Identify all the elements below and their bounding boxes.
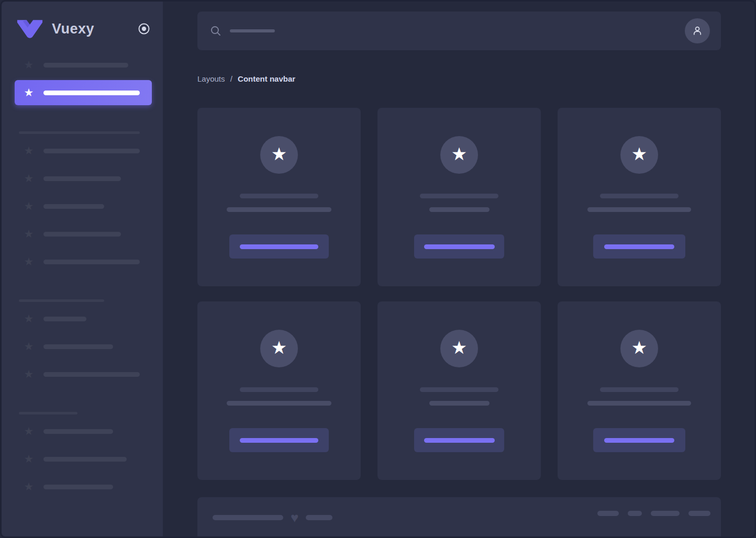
skeleton-bar xyxy=(604,244,674,249)
skeleton-bar xyxy=(587,401,691,406)
star-icon: ★ xyxy=(631,339,647,356)
star-icon: ★ xyxy=(271,145,287,163)
skeleton-bar xyxy=(600,387,679,392)
skeleton-bar xyxy=(306,515,332,520)
search-icon xyxy=(210,25,221,37)
star-icon: ★ xyxy=(23,453,35,465)
skeleton-bar xyxy=(597,511,619,516)
skeleton-bar xyxy=(43,344,113,349)
skeleton-bar xyxy=(240,244,318,249)
star-icon: ★ xyxy=(23,255,35,268)
demo-card: ★ xyxy=(558,108,721,286)
footer-card: ♥ xyxy=(197,497,721,538)
skeleton-bar xyxy=(230,29,275,32)
sidebar-item[interactable]: ★ xyxy=(2,255,163,268)
sidebar-item[interactable]: ★ xyxy=(2,425,163,438)
card-button[interactable] xyxy=(229,234,329,259)
card-avatar-circle: ★ xyxy=(620,136,658,174)
card-button[interactable] xyxy=(593,234,685,259)
card-avatar-circle: ★ xyxy=(440,330,478,367)
skeleton-bar xyxy=(43,317,86,321)
star-icon: ★ xyxy=(451,145,467,163)
skeleton-bar xyxy=(43,485,113,489)
skeleton-bar xyxy=(420,194,498,198)
sidebar-item[interactable]: ★ xyxy=(2,200,163,212)
skeleton-bar xyxy=(227,401,331,406)
sidebar-item[interactable]: ★ xyxy=(2,480,163,493)
skeleton-bar xyxy=(43,372,140,377)
card-avatar-circle: ★ xyxy=(440,136,478,174)
footer-links xyxy=(597,511,710,516)
top-navbar xyxy=(197,12,721,50)
skeleton-bar xyxy=(240,387,318,392)
star-icon: ★ xyxy=(23,172,35,185)
skeleton-bar xyxy=(43,63,128,68)
sidebar-item[interactable]: ★ xyxy=(2,228,163,240)
card-button[interactable] xyxy=(229,428,329,452)
sidebar-item-active[interactable]: ★ xyxy=(15,80,152,105)
brand[interactable]: Vuexy xyxy=(2,2,163,40)
section-divider-bar xyxy=(19,131,140,134)
star-icon: ★ xyxy=(23,59,35,71)
skeleton-bar xyxy=(213,515,283,520)
demo-card: ★ xyxy=(377,108,541,286)
sidebar-item[interactable]: ★ xyxy=(2,453,163,465)
main-content: Layouts / Content navbar ★ ★ xyxy=(197,12,721,538)
sidebar-item[interactable]: ★ xyxy=(2,312,163,325)
sidebar: Vuexy ★ ★ ★ ★ ★ xyxy=(2,2,163,536)
section-divider-bar xyxy=(19,412,77,414)
skeleton-bar xyxy=(688,511,710,516)
skeleton-bar xyxy=(587,207,691,212)
sidebar-item[interactable]: ★ xyxy=(2,172,163,185)
card-button[interactable] xyxy=(593,428,685,452)
skeleton-bar xyxy=(604,438,674,443)
skeleton-bar xyxy=(429,401,490,406)
star-icon: ★ xyxy=(271,339,287,356)
brand-name: Vuexy xyxy=(52,21,94,37)
sidebar-item[interactable]: ★ xyxy=(2,340,163,353)
skeleton-bar xyxy=(43,176,121,181)
global-search[interactable] xyxy=(210,25,275,37)
sidebar-item[interactable]: ★ xyxy=(2,59,163,71)
demo-card: ★ xyxy=(197,108,361,286)
heart-icon: ♥ xyxy=(291,511,298,524)
star-icon: ★ xyxy=(23,228,35,240)
sidebar-item[interactable]: ★ xyxy=(2,368,163,380)
skeleton-bar xyxy=(43,429,113,434)
star-icon: ★ xyxy=(23,425,35,438)
card-button[interactable] xyxy=(414,234,504,259)
demo-card: ★ xyxy=(377,301,541,480)
breadcrumb-current: Content navbar xyxy=(238,74,295,83)
skeleton-bar xyxy=(429,207,490,212)
breadcrumb: Layouts / Content navbar xyxy=(197,74,721,84)
star-icon: ★ xyxy=(23,86,35,99)
skeleton-bar xyxy=(43,91,140,95)
skeleton-bar xyxy=(651,511,680,516)
card-avatar-circle: ★ xyxy=(260,330,298,367)
skeleton-bar xyxy=(43,457,127,462)
card-avatar-circle: ★ xyxy=(620,330,658,367)
skeleton-bar xyxy=(43,149,140,153)
skeleton-bar xyxy=(240,194,318,198)
demo-card: ★ xyxy=(197,301,361,480)
user-avatar[interactable] xyxy=(685,18,710,43)
skeleton-bar xyxy=(420,387,498,392)
star-icon: ★ xyxy=(631,145,647,163)
card-button[interactable] xyxy=(414,428,504,452)
breadcrumb-link-layouts[interactable]: Layouts xyxy=(197,74,225,83)
skeleton-bar xyxy=(227,207,331,212)
skeleton-bar xyxy=(43,204,104,209)
sidebar-item[interactable]: ★ xyxy=(2,144,163,157)
skeleton-bar xyxy=(43,260,140,264)
skeleton-bar xyxy=(628,511,642,516)
vuexy-logo-icon xyxy=(16,18,44,40)
star-icon: ★ xyxy=(23,340,35,353)
skeleton-bar xyxy=(43,232,121,237)
star-icon: ★ xyxy=(23,312,35,325)
menu-pin-toggle-icon[interactable] xyxy=(138,23,150,35)
demo-card: ★ xyxy=(558,301,721,480)
section-divider-bar xyxy=(19,299,104,302)
star-icon: ★ xyxy=(451,339,467,356)
breadcrumb-separator: / xyxy=(230,74,232,83)
skeleton-bar xyxy=(424,438,495,443)
